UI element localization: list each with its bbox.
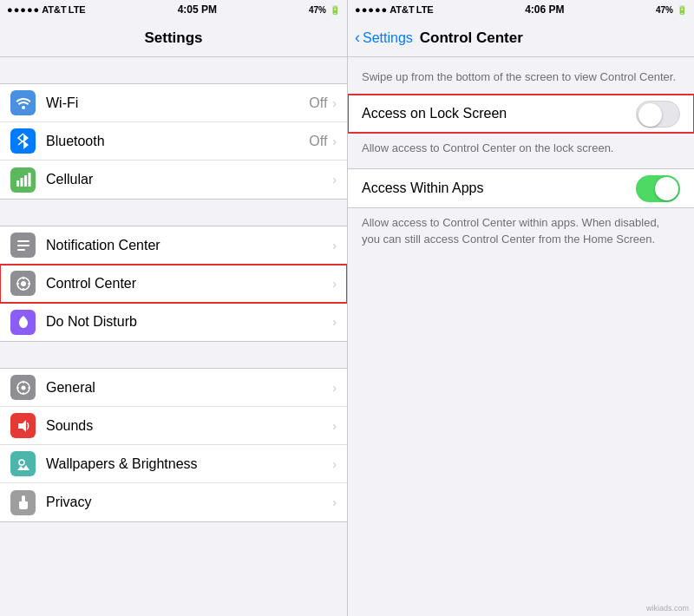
left-battery-pct: 47% xyxy=(309,5,326,15)
notification-center-chevron: › xyxy=(332,239,337,252)
svg-point-16 xyxy=(22,381,23,383)
toggle-lock-screen-knob xyxy=(638,103,662,127)
do-not-disturb-icon xyxy=(10,310,36,335)
right-nav-title: Control Center xyxy=(420,29,523,47)
control-center-label: Control Center xyxy=(46,276,332,292)
section-gap-3 xyxy=(0,342,347,368)
svg-rect-1 xyxy=(16,180,19,187)
svg-point-19 xyxy=(28,386,29,388)
toggle-section-lock-screen: Access on Lock Screen xyxy=(348,94,694,134)
section-gap-1 xyxy=(0,57,347,83)
svg-point-21 xyxy=(19,460,24,465)
left-status-carrier: ●●●●● AT&T LTE xyxy=(7,4,86,15)
privacy-label: Privacy xyxy=(46,495,332,510)
toggle-section-within-apps: Access Within Apps xyxy=(348,168,694,208)
settings-group-connectivity: Wi-Fi Off › Bluetooth Off › xyxy=(0,83,347,200)
cellular-icon xyxy=(10,167,36,193)
cellular-label: Cellular xyxy=(46,172,327,187)
settings-group-system: Notification Center › Control Center › xyxy=(0,226,347,342)
toggle-row-lock-screen[interactable]: Access on Lock Screen xyxy=(348,95,694,133)
watermark: wikiads.com xyxy=(646,604,689,613)
settings-row-control-center[interactable]: Control Center › xyxy=(0,265,347,303)
notification-center-label: Notification Center xyxy=(46,238,332,253)
settings-row-sounds[interactable]: Sounds › xyxy=(0,407,347,445)
bluetooth-icon xyxy=(10,128,36,154)
left-panel: ●●●●● AT&T LTE 4:05 PM 47% 🔋 Settings xyxy=(0,0,347,616)
section-gap-2 xyxy=(0,200,347,226)
settings-row-do-not-disturb[interactable]: Do Not Disturb › xyxy=(0,303,347,341)
left-nav-title: Settings xyxy=(144,29,202,47)
lock-screen-sub-desc: Allow access to Control Center on the lo… xyxy=(348,134,694,168)
svg-rect-6 xyxy=(17,245,29,246)
do-not-disturb-chevron: › xyxy=(332,315,337,329)
left-nav-bar: Settings xyxy=(0,19,347,57)
wifi-label: Wi-Fi xyxy=(46,95,309,111)
svg-point-15 xyxy=(21,385,25,390)
sounds-label: Sounds xyxy=(46,418,332,434)
back-button[interactable]: ‹ Settings xyxy=(355,29,413,47)
wallpapers-icon xyxy=(10,451,36,476)
carrier-name: AT&T xyxy=(42,4,67,15)
general-label: General xyxy=(46,380,332,396)
wifi-chevron: › xyxy=(332,96,337,110)
right-panel: ●●●●● AT&T LTE 4:06 PM 47% 🔋 ‹ Settings … xyxy=(347,0,694,616)
left-status-bar: ●●●●● AT&T LTE 4:05 PM 47% 🔋 xyxy=(0,0,347,19)
svg-rect-3 xyxy=(24,175,27,187)
general-icon xyxy=(10,375,36,400)
control-center-chevron: › xyxy=(332,277,337,291)
notification-center-icon xyxy=(10,233,36,258)
toggle-row-within-apps[interactable]: Access Within Apps xyxy=(348,169,694,207)
wallpapers-label: Wallpapers & Brightness xyxy=(46,456,332,472)
toggle-within-apps-switch[interactable] xyxy=(636,175,680,202)
svg-point-18 xyxy=(16,386,18,388)
right-status-carrier: ●●●●● AT&T LTE xyxy=(355,4,434,15)
right-network-type: LTE xyxy=(416,4,434,15)
svg-rect-7 xyxy=(17,249,25,251)
settings-row-bluetooth[interactable]: Bluetooth Off › xyxy=(0,122,347,161)
right-nav-bar: ‹ Settings Control Center xyxy=(348,19,694,57)
control-center-icon xyxy=(10,271,36,296)
right-carrier-name: AT&T xyxy=(390,4,415,15)
bluetooth-chevron: › xyxy=(332,134,337,148)
left-battery-icon: 🔋 xyxy=(330,5,340,15)
settings-row-wifi[interactable]: Wi-Fi Off › xyxy=(0,84,347,122)
signal-dots: ●●●●● xyxy=(7,4,40,15)
settings-row-cellular[interactable]: Cellular › xyxy=(0,161,347,199)
settings-row-wallpapers[interactable]: Wallpapers & Brightness › xyxy=(0,445,347,483)
settings-row-notification-center[interactable]: Notification Center › xyxy=(0,226,347,265)
settings-list: Wi-Fi Off › Bluetooth Off › xyxy=(0,57,347,616)
left-status-right: 47% 🔋 xyxy=(309,5,340,15)
right-battery-pct: 47% xyxy=(656,5,673,15)
toggle-within-apps-knob xyxy=(655,177,678,200)
back-chevron-icon: ‹ xyxy=(355,29,360,47)
network-type: LTE xyxy=(69,4,86,15)
settings-group-misc: General › Sounds › xyxy=(0,368,347,522)
left-status-time: 4:05 PM xyxy=(178,3,217,16)
right-status-bar: ●●●●● AT&T LTE 4:06 PM 47% 🔋 xyxy=(348,0,694,19)
right-signal-dots: ●●●●● xyxy=(355,4,388,15)
svg-point-9 xyxy=(21,281,26,286)
back-label: Settings xyxy=(363,30,413,46)
svg-point-0 xyxy=(22,106,25,109)
toggle-within-apps-label: Access Within Apps xyxy=(362,180,636,196)
toggle-lock-screen-switch[interactable] xyxy=(636,101,680,128)
wifi-icon xyxy=(10,90,36,115)
settings-row-privacy[interactable]: Privacy › xyxy=(0,483,347,521)
svg-rect-4 xyxy=(28,173,30,187)
privacy-chevron: › xyxy=(332,495,337,509)
bluetooth-label: Bluetooth xyxy=(46,134,309,149)
toggle-lock-screen-label: Access on Lock Screen xyxy=(362,106,636,121)
sounds-chevron: › xyxy=(332,419,337,433)
main-description: Swipe up from the bottom of the screen t… xyxy=(348,57,694,94)
right-content: Swipe up from the bottom of the screen t… xyxy=(348,57,694,616)
settings-row-general[interactable]: General › xyxy=(0,369,347,407)
wifi-value: Off xyxy=(309,95,327,111)
svg-rect-2 xyxy=(20,178,23,187)
right-status-time: 4:06 PM xyxy=(525,3,564,16)
right-battery-icon: 🔋 xyxy=(677,5,687,15)
wallpapers-chevron: › xyxy=(332,457,337,471)
cellular-chevron: › xyxy=(332,173,337,187)
bluetooth-value: Off xyxy=(309,134,327,149)
svg-point-17 xyxy=(22,392,23,394)
right-status-right: 47% 🔋 xyxy=(656,5,687,15)
